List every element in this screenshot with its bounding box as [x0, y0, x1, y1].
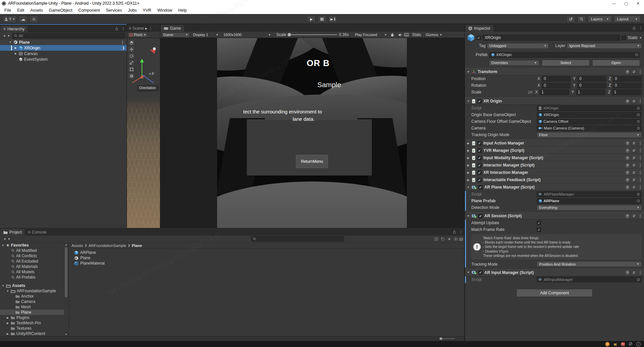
help-icon[interactable]: ? — [625, 70, 630, 74]
component-menu-icon[interactable]: ⋮ — [638, 141, 642, 145]
scene-menu-icon[interactable]: ⋮ — [121, 40, 125, 44]
component-menu-icon[interactable]: ⋮ — [638, 148, 642, 152]
attempt-update-checkbox[interactable]: ✓ — [537, 221, 541, 225]
services-button[interactable]: ⊙ — [29, 16, 38, 23]
scene-viewport[interactable]: < P Orientation — [127, 38, 160, 228]
maximize-button[interactable]: ▢ — [620, 0, 632, 7]
fold-closed-icon[interactable]: ▶ — [6, 322, 9, 325]
breadcrumb-assets[interactable]: Assets — [71, 244, 83, 248]
component-menu-icon[interactable]: ⋮ — [638, 178, 642, 182]
scale-slider[interactable] — [288, 34, 337, 35]
rect-tool-button[interactable] — [128, 66, 135, 72]
ar-plane-manager-header[interactable]: ▼ ✓ AR Plane Manager (Script) ?⋮ — [465, 184, 644, 191]
favorites-item-all-prefabs[interactable]: All Prefabs — [0, 275, 68, 280]
component-menu-icon[interactable]: ⋮ — [638, 70, 642, 74]
minimize-button[interactable]: — — [608, 0, 620, 7]
object-picker-icon[interactable]: ⊙ — [635, 53, 638, 57]
cache-server-error-icon[interactable]: ✕ — [621, 342, 625, 346]
tracking-mode-dropdown[interactable]: Position And Rotation▼ — [537, 261, 642, 267]
gameobject-cube-icon[interactable] — [467, 34, 475, 42]
tab-project[interactable]: Project — [0, 229, 25, 236]
menu-file[interactable]: File — [1, 7, 14, 14]
presets-icon[interactable] — [632, 148, 636, 152]
favorites-item-all-materials[interactable]: All Materials — [0, 264, 68, 269]
position-x-input[interactable]: 0 — [542, 76, 571, 82]
panel-menu-icon[interactable]: ⋮ — [459, 230, 463, 234]
lock-icon[interactable] — [453, 230, 456, 234]
favorites-item-all-modified[interactable]: All Modified — [0, 248, 68, 253]
fold-closed-icon[interactable]: ▶ — [467, 142, 470, 145]
scroll-down-icon[interactable]: ▼ — [64, 332, 68, 336]
rotate-tool-button[interactable] — [128, 53, 135, 59]
menu-edit[interactable]: Edit — [14, 7, 27, 14]
help-icon[interactable]: ? — [625, 185, 630, 190]
icon-size-knob[interactable] — [440, 337, 442, 340]
hierarchy-scene-row[interactable]: ▼ Plane ⋮ — [0, 39, 127, 45]
presets-icon[interactable] — [632, 170, 636, 175]
fold-open-icon[interactable]: ▼ — [467, 215, 470, 218]
help-icon[interactable]: ? — [625, 156, 630, 160]
component-menu-icon[interactable]: ⋮ — [638, 163, 642, 167]
tab-inspector[interactable]: i Inspector — [465, 25, 493, 32]
object-picker-icon[interactable]: ⊙ — [637, 199, 640, 203]
step-button[interactable]: ▶ — [328, 16, 337, 23]
scale-x-input[interactable]: 1 — [539, 89, 569, 95]
layout-dropdown[interactable]: Layout▼ — [614, 16, 641, 22]
fold-open-icon[interactable]: ▼ — [467, 100, 470, 103]
lock-icon[interactable] — [632, 26, 636, 30]
play-button[interactable]: ▶ — [307, 16, 316, 23]
tab-console[interactable]: ≡ Console — [25, 229, 49, 236]
hierarchy-search-input[interactable]: All — [12, 33, 125, 38]
tab-scene[interactable]: # Scene ▶ ⋮ — [127, 25, 154, 32]
component-enabled-checkbox[interactable]: ✓ — [478, 270, 483, 275]
component-menu-icon[interactable]: ⋮ — [638, 214, 642, 218]
gizmos-dropdown[interactable]: Gizmos▼ — [424, 32, 444, 37]
scale-z-input[interactable]: 1 — [612, 89, 642, 95]
object-picker-icon[interactable]: ⊙ — [637, 278, 640, 282]
scale-tool-button[interactable] — [128, 59, 135, 66]
help-icon[interactable]: ? — [625, 148, 630, 153]
tag-dropdown[interactable]: Untagged▼ — [487, 43, 549, 49]
display-dropdown[interactable]: Display 1▼ — [191, 32, 220, 37]
tree-folder-textures[interactable]: Textures — [0, 326, 68, 331]
resolution-dropdown[interactable]: 1600x1600▼ — [222, 32, 273, 37]
menu-gameobject[interactable]: GameObject — [46, 7, 75, 14]
assets-root-row[interactable]: ▼ Assets — [0, 283, 68, 288]
file-plane-scene[interactable]: Plane — [69, 255, 464, 261]
scale-slider-knob[interactable] — [288, 33, 291, 36]
help-icon[interactable]: ? — [625, 141, 630, 145]
activity-ok-icon[interactable]: ✓ — [636, 342, 641, 346]
prefab-object-field[interactable]: XROrigin ⊙ — [489, 52, 640, 58]
hierarchy-item-xrorigin[interactable]: ▶ XROrigin ❯ — [0, 45, 127, 51]
position-z-input[interactable]: 0 — [613, 76, 642, 82]
menu-jobs[interactable]: Jobs — [125, 7, 140, 14]
close-button[interactable]: ✕ — [632, 0, 644, 7]
component-enabled-checkbox[interactable]: ✓ — [477, 141, 482, 145]
panel-menu-icon[interactable]: ⋮ — [121, 27, 125, 31]
tab-menu-icon[interactable]: ⋮ — [149, 26, 153, 30]
menu-component[interactable]: Component — [75, 7, 103, 14]
link-scale-icon[interactable] — [528, 90, 532, 94]
tree-folder-anchor[interactable]: Anchor — [0, 294, 68, 299]
component-input-action-manager[interactable]: ▶#✓Input Action Manager?⋮ — [465, 139, 644, 147]
menu-assets[interactable]: Assets — [27, 7, 46, 14]
play-focused-dropdown[interactable]: Play Focused▼ — [353, 32, 388, 37]
component-enabled-checkbox[interactable]: ✓ — [477, 99, 482, 103]
presets-icon[interactable] — [632, 99, 636, 103]
fold-open-icon[interactable]: ▼ — [1, 284, 5, 287]
breadcrumb-plane[interactable]: Plane — [132, 244, 142, 248]
component-enabled-checkbox[interactable]: ✓ — [477, 156, 482, 160]
fold-closed-icon[interactable]: ▶ — [467, 156, 470, 159]
mute-audio-icon[interactable] — [398, 33, 402, 37]
fold-closed-icon[interactable]: ▶ — [467, 171, 470, 174]
menu-yvr[interactable]: YVR — [140, 7, 154, 14]
add-component-button[interactable]: Add Component — [516, 289, 593, 297]
detection-mode-dropdown[interactable]: Everything▼ — [537, 205, 642, 211]
rotation-x-input[interactable]: 0 — [542, 83, 571, 88]
hierarchy-item-canvas[interactable]: ▶ Canvas — [0, 51, 127, 56]
object-picker-icon[interactable]: ⊙ — [637, 192, 640, 196]
favorites-item-all-excluded[interactable]: All Excluded — [0, 259, 68, 264]
breadcrumb-arfoundationsample[interactable]: ARFoundationSample — [89, 244, 126, 248]
fold-open-icon[interactable]: ▼ — [1, 244, 5, 247]
component-enabled-checkbox[interactable]: ✓ — [477, 170, 482, 175]
